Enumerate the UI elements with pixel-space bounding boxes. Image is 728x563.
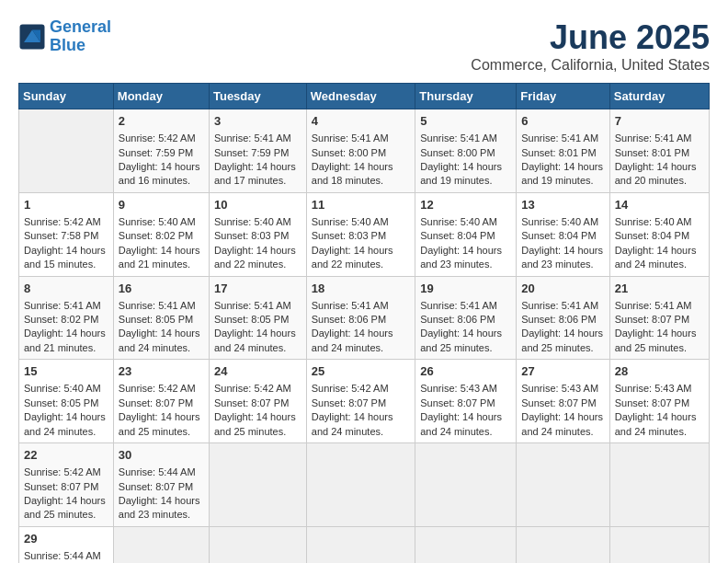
- calendar-cell: 10Sunrise: 5:40 AMSunset: 8:03 PMDayligh…: [209, 192, 306, 276]
- calendar-cell: 20Sunrise: 5:41 AMSunset: 8:06 PMDayligh…: [517, 276, 609, 360]
- calendar-week-row: 8Sunrise: 5:41 AMSunset: 8:02 PMDaylight…: [19, 276, 710, 360]
- sunrise-text: Sunrise: 5:40 AM: [24, 383, 101, 394]
- calendar-cell: 25Sunrise: 5:42 AMSunset: 8:07 PMDayligh…: [306, 360, 415, 443]
- daylight-text: Daylight: 14 hours and 25 minutes.: [615, 327, 697, 352]
- day-number: 21: [615, 281, 704, 297]
- sunset-text: Sunset: 8:03 PM: [312, 230, 386, 241]
- day-number: 23: [119, 363, 204, 380]
- logo: General Blue: [18, 18, 111, 55]
- sunrise-text: Sunrise: 5:44 AM: [24, 550, 101, 561]
- calendar-cell: 9Sunrise: 5:40 AMSunset: 8:02 PMDaylight…: [113, 192, 209, 276]
- sunset-text: Sunset: 8:07 PM: [615, 314, 689, 325]
- day-number: 6: [521, 113, 604, 130]
- sunrise-text: Sunrise: 5:42 AM: [312, 383, 389, 394]
- header-friday: Friday: [517, 84, 609, 109]
- calendar-cell: [209, 526, 306, 563]
- daylight-text: Daylight: 14 hours and 23 minutes.: [119, 495, 200, 520]
- day-number: 29: [24, 531, 108, 547]
- calendar-week-row: 2Sunrise: 5:42 AMSunset: 7:59 PMDaylight…: [19, 109, 710, 193]
- calendar-cell: [517, 443, 609, 527]
- daylight-text: Daylight: 14 hours and 24 minutes.: [420, 411, 502, 436]
- sunrise-text: Sunrise: 5:42 AM: [119, 383, 196, 394]
- sunset-text: Sunset: 8:00 PM: [420, 147, 495, 158]
- day-number: 26: [420, 363, 511, 380]
- daylight-text: Daylight: 14 hours and 18 minutes.: [312, 161, 393, 186]
- daylight-text: Daylight: 14 hours and 25 minutes.: [420, 327, 502, 352]
- sunrise-text: Sunrise: 5:43 AM: [521, 383, 598, 394]
- day-number: 16: [119, 281, 204, 297]
- sunset-text: Sunset: 8:03 PM: [214, 230, 289, 241]
- calendar-cell: [113, 526, 209, 563]
- calendar-week-row: 22Sunrise: 5:42 AMSunset: 8:07 PMDayligh…: [19, 443, 710, 527]
- calendar-week-row: 29Sunrise: 5:44 AMSunset: 8:07 PMDayligh…: [19, 526, 710, 563]
- sunset-text: Sunset: 8:05 PM: [119, 314, 193, 325]
- sunrise-text: Sunrise: 5:41 AM: [420, 300, 497, 311]
- calendar-cell: 15Sunrise: 5:40 AMSunset: 8:05 PMDayligh…: [19, 360, 114, 443]
- calendar-cell: [306, 526, 415, 563]
- header-thursday: Thursday: [415, 84, 517, 109]
- calendar-cell: 27Sunrise: 5:43 AMSunset: 8:07 PMDayligh…: [517, 360, 609, 443]
- day-number: 15: [24, 363, 108, 380]
- day-number: 17: [214, 281, 301, 297]
- calendar-table: SundayMondayTuesdayWednesdayThursdayFrid…: [18, 83, 710, 563]
- daylight-text: Daylight: 14 hours and 23 minutes.: [420, 245, 502, 270]
- sunset-text: Sunset: 8:07 PM: [615, 397, 689, 408]
- daylight-text: Daylight: 14 hours and 23 minutes.: [521, 245, 603, 270]
- calendar-cell: 16Sunrise: 5:41 AMSunset: 8:05 PMDayligh…: [113, 276, 209, 360]
- calendar-cell: 17Sunrise: 5:41 AMSunset: 8:05 PMDayligh…: [209, 276, 306, 360]
- logo-text: General Blue: [50, 18, 111, 55]
- calendar-cell: 30Sunrise: 5:44 AMSunset: 8:07 PMDayligh…: [113, 443, 209, 527]
- daylight-text: Daylight: 14 hours and 22 minutes.: [312, 245, 393, 270]
- sunset-text: Sunset: 8:04 PM: [420, 230, 495, 241]
- calendar-cell: 5Sunrise: 5:41 AMSunset: 8:00 PMDaylight…: [415, 109, 517, 193]
- daylight-text: Daylight: 14 hours and 25 minutes.: [521, 327, 603, 352]
- calendar-subtitle: Commerce, California, United States: [471, 57, 710, 74]
- sunset-text: Sunset: 8:05 PM: [214, 314, 289, 325]
- calendar-cell: 28Sunrise: 5:43 AMSunset: 8:07 PMDayligh…: [609, 360, 709, 443]
- daylight-text: Daylight: 14 hours and 24 minutes.: [521, 411, 603, 436]
- page-header: General Blue June 2025 Commerce, Califor…: [18, 18, 710, 74]
- calendar-cell: [609, 443, 709, 527]
- sunset-text: Sunset: 8:02 PM: [119, 230, 193, 241]
- title-block: June 2025 Commerce, California, United S…: [471, 18, 710, 74]
- daylight-text: Daylight: 14 hours and 24 minutes.: [312, 327, 393, 352]
- sunset-text: Sunset: 8:07 PM: [24, 481, 98, 492]
- day-number: 9: [119, 197, 204, 213]
- day-number: 25: [312, 363, 410, 380]
- sunset-text: Sunset: 7:58 PM: [24, 230, 98, 241]
- calendar-cell: 21Sunrise: 5:41 AMSunset: 8:07 PMDayligh…: [609, 276, 709, 360]
- day-number: 19: [420, 281, 511, 297]
- sunrise-text: Sunrise: 5:41 AM: [312, 300, 389, 311]
- daylight-text: Daylight: 14 hours and 24 minutes.: [615, 411, 697, 436]
- calendar-cell: 22Sunrise: 5:42 AMSunset: 8:07 PMDayligh…: [19, 443, 114, 527]
- day-number: 4: [312, 113, 410, 130]
- calendar-cell: 14Sunrise: 5:40 AMSunset: 8:04 PMDayligh…: [609, 192, 709, 276]
- header-monday: Monday: [113, 84, 209, 109]
- day-number: 3: [214, 113, 301, 130]
- calendar-cell: 19Sunrise: 5:41 AMSunset: 8:06 PMDayligh…: [415, 276, 517, 360]
- day-number: 28: [615, 363, 704, 380]
- daylight-text: Daylight: 14 hours and 24 minutes.: [312, 411, 393, 436]
- calendar-week-row: 15Sunrise: 5:40 AMSunset: 8:05 PMDayligh…: [19, 360, 710, 443]
- logo-general: General: [50, 17, 111, 36]
- sunrise-text: Sunrise: 5:41 AM: [615, 132, 692, 144]
- sunrise-text: Sunrise: 5:41 AM: [214, 132, 291, 144]
- sunrise-text: Sunrise: 5:41 AM: [521, 132, 598, 144]
- calendar-cell: 3Sunrise: 5:41 AMSunset: 7:59 PMDaylight…: [209, 109, 306, 193]
- calendar-cell: 8Sunrise: 5:41 AMSunset: 8:02 PMDaylight…: [19, 276, 114, 360]
- sunset-text: Sunset: 8:04 PM: [521, 230, 596, 241]
- day-number: 10: [214, 197, 301, 213]
- calendar-cell: 26Sunrise: 5:43 AMSunset: 8:07 PMDayligh…: [415, 360, 517, 443]
- sunset-text: Sunset: 8:06 PM: [521, 314, 596, 325]
- sunset-text: Sunset: 8:02 PM: [24, 314, 98, 325]
- day-number: 30: [119, 447, 204, 464]
- calendar-cell: 2Sunrise: 5:42 AMSunset: 7:59 PMDaylight…: [113, 109, 209, 193]
- header-saturday: Saturday: [609, 84, 709, 109]
- sunset-text: Sunset: 8:01 PM: [521, 147, 596, 158]
- sunrise-text: Sunrise: 5:44 AM: [119, 466, 196, 477]
- daylight-text: Daylight: 14 hours and 25 minutes.: [24, 495, 106, 520]
- header-tuesday: Tuesday: [209, 84, 306, 109]
- daylight-text: Daylight: 14 hours and 15 minutes.: [24, 245, 106, 270]
- daylight-text: Daylight: 14 hours and 25 minutes.: [119, 411, 200, 436]
- calendar-cell: [609, 526, 709, 563]
